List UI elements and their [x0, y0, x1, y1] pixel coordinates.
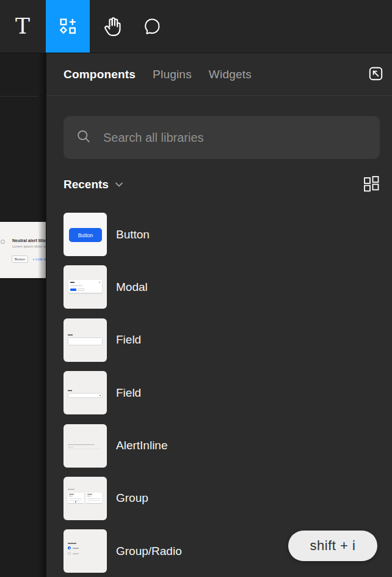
thumb-input-art — [68, 393, 103, 398]
section-header: Recents — [64, 175, 380, 194]
button-thumbnail: Button — [64, 213, 107, 256]
item-label: Button — [116, 228, 150, 241]
components-icon — [57, 16, 78, 37]
list-item-modal[interactable]: Modal — [64, 265, 380, 309]
list-item-group[interactable]: Group — [64, 477, 380, 520]
search-icon — [76, 128, 92, 147]
recents-dropdown[interactable]: Recents — [64, 178, 123, 191]
thumb-card-art — [68, 493, 84, 503]
text-tool-icon: T — [15, 15, 30, 37]
thumb-radio-unselected — [68, 552, 79, 555]
item-label: Group — [116, 491, 148, 505]
popout-window-button[interactable] — [366, 65, 385, 84]
item-label: Modal — [116, 281, 148, 294]
comment-tool-button[interactable] — [134, 0, 170, 53]
list-item-button[interactable]: Button Button — [64, 213, 380, 256]
figma-components-panel-screen: T — [0, 0, 392, 577]
tab-widgets[interactable]: Widgets — [209, 68, 252, 81]
text-tool-button[interactable]: T — [5, 0, 40, 53]
list-item-alertinline[interactable]: AlertInline — [64, 424, 380, 468]
item-label: AlertInline — [116, 439, 168, 452]
thumb-card-art — [86, 493, 102, 503]
search-input[interactable] — [103, 131, 368, 145]
tab-components[interactable]: Components — [64, 68, 136, 81]
canvas-strip: Neutral alert title Lorem ipsum dolor am… — [0, 53, 46, 577]
list-item-field-1[interactable]: Field — [64, 318, 380, 362]
item-label: Field — [116, 386, 141, 400]
tab-plugins[interactable]: Plugins — [153, 68, 192, 81]
hand-tool-button[interactable] — [94, 0, 129, 53]
hand-icon — [101, 16, 122, 37]
popout-arrow-icon — [366, 64, 385, 85]
resources-panel: Components Plugins Widgets — [46, 53, 392, 577]
component-list: Button Button Modal — [64, 213, 380, 577]
thumb-modal-art — [68, 280, 102, 293]
grid-view-icon — [363, 175, 380, 194]
field-thumbnail — [64, 318, 107, 362]
recents-title: Recents — [64, 178, 109, 191]
components-tool-button[interactable] — [46, 0, 90, 53]
group-thumbnail — [64, 477, 107, 520]
alertinline-thumbnail — [64, 424, 107, 468]
search-field[interactable] — [64, 116, 380, 159]
toolbar: T — [0, 0, 392, 53]
item-label: Group/Radio — [116, 545, 182, 558]
canvas-frame-edge — [0, 96, 38, 97]
thumb-radio-selected — [68, 546, 79, 549]
panel-tabs: Components Plugins Widgets — [46, 53, 392, 96]
grid-view-button[interactable] — [363, 176, 380, 193]
panel-shadow — [38, 53, 46, 577]
group-radio-thumbnail — [64, 529, 107, 573]
shortcut-badge: shift + i — [288, 531, 377, 561]
chevron-down-icon — [115, 179, 123, 190]
item-label: Field — [116, 333, 141, 347]
modal-thumbnail — [64, 265, 107, 309]
alert-button: Button — [12, 255, 28, 263]
alert-info-icon — [1, 240, 5, 244]
field-thumbnail — [64, 371, 107, 414]
thumb-input-art — [68, 337, 103, 345]
thumb-button-art: Button — [69, 228, 102, 242]
comment-icon — [142, 17, 162, 36]
list-item-field-2[interactable]: Field — [64, 371, 380, 414]
